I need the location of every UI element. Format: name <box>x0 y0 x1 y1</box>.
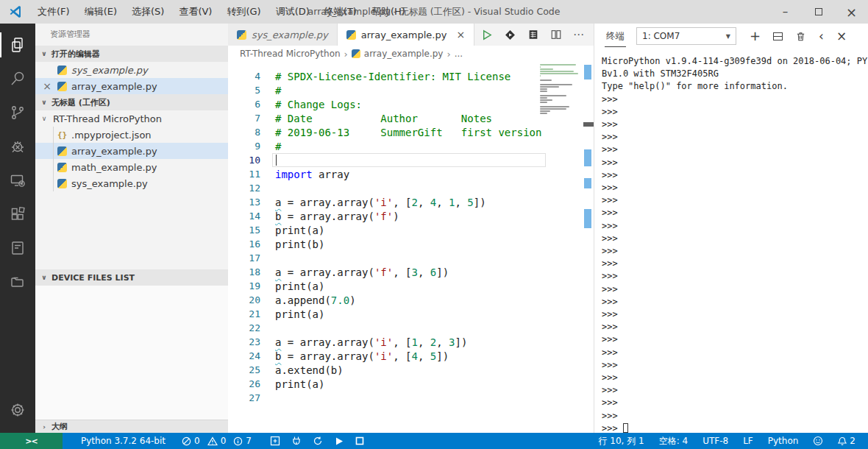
minimap-line <box>540 113 547 114</box>
section-outline[interactable]: › 大纲 <box>35 420 228 433</box>
feedback-smiley-icon[interactable] <box>808 433 828 449</box>
python-interpreter-status[interactable]: Python 3.7.2 64-bit <box>76 433 171 449</box>
section-workspace[interactable]: ∨ 无标题 (工作区) <box>35 94 228 110</box>
section-open-editors[interactable]: ∨ 打开的编辑器 <box>35 46 228 62</box>
new-terminal-icon[interactable]: + <box>750 29 761 43</box>
breadcrumb-item[interactable]: RT-Thread MicroPython <box>240 49 341 59</box>
encoding-status[interactable]: UTF-8 <box>697 433 733 449</box>
overview-marker <box>583 122 594 127</box>
extensions-icon[interactable] <box>0 197 35 231</box>
explorer-icon[interactable] <box>0 28 35 62</box>
cursor-position-status[interactable]: 行 10, 列 1 <box>594 433 650 449</box>
remote-indicator[interactable]: >< <box>0 433 63 449</box>
code-line[interactable]: 26print(a) <box>228 377 594 391</box>
notifications-bell[interactable]: 2 <box>833 433 861 449</box>
language-mode-status[interactable]: Python <box>763 433 804 449</box>
code-line[interactable]: 17 <box>228 251 594 265</box>
code-line[interactable]: 12 <box>228 181 594 195</box>
code-line[interactable]: 5# <box>228 83 594 97</box>
section-device-files[interactable]: ∨ DEVICE FILES LIST <box>35 269 228 286</box>
line-number: 14 <box>228 211 260 222</box>
terminal-output[interactable]: MicroPython v1.9.4-114-g309fe39d on 2018… <box>594 49 868 433</box>
run-micropython-icon[interactable] <box>504 29 516 41</box>
minimap[interactable] <box>540 64 581 116</box>
usb-plug-icon[interactable] <box>292 436 301 446</box>
run-file-icon[interactable] <box>480 29 493 41</box>
terminal-selector-dropdown[interactable]: 1: COM7 ▼ <box>636 27 736 45</box>
overview-ruler[interactable] <box>583 62 594 433</box>
chevron-left-icon[interactable]: ‹ <box>819 30 824 43</box>
menu-item[interactable]: 编辑(E) <box>78 1 124 23</box>
editor-tab[interactable]: sys_example.py <box>228 24 338 46</box>
device-folder-icon[interactable] <box>0 265 35 299</box>
source-control-icon[interactable] <box>0 96 35 130</box>
code-line[interactable]: 7# Date Author Notes <box>228 111 594 125</box>
terminal-prompt: >>> <box>602 359 868 372</box>
split-editor-icon[interactable] <box>550 29 562 40</box>
stop-icon[interactable] <box>355 436 364 445</box>
close-icon[interactable]: × <box>456 29 465 40</box>
debug-icon[interactable] <box>0 130 35 163</box>
editor-tab[interactable]: array_example.py× <box>338 24 474 46</box>
table-file-icon[interactable] <box>527 29 539 40</box>
code-editor[interactable]: 4# SPDX-License-Identifier: MIT License5… <box>228 62 594 433</box>
breadcrumb-item[interactable]: array_example.py <box>352 49 444 59</box>
open-editor-item[interactable]: sys_example.py <box>35 62 228 78</box>
code-line[interactable]: 16print(b) <box>228 237 594 251</box>
code-line[interactable]: 22 <box>228 321 594 335</box>
search-icon[interactable] <box>0 62 35 96</box>
open-editor-item[interactable]: ×array_example.py <box>35 78 228 94</box>
sync-icon[interactable] <box>313 436 323 446</box>
tab-terminal[interactable]: 终端 <box>605 26 626 47</box>
play-icon[interactable] <box>335 436 344 446</box>
code-line[interactable]: 23a = array.array('i', [1, 2, 3]) <box>228 335 594 349</box>
breadcrumb-item[interactable]: ... <box>455 49 463 59</box>
notebook-icon[interactable] <box>0 231 35 265</box>
menu-item[interactable]: 选择(S) <box>125 1 171 23</box>
code-line[interactable]: 20a.append(7.0) <box>228 293 594 307</box>
problems-status[interactable]: 0 0 7 <box>177 433 257 449</box>
code-line[interactable]: 19print(a) <box>228 279 594 293</box>
file-tree-item[interactable]: math_example.py <box>35 159 228 175</box>
add-device-icon[interactable] <box>270 436 280 446</box>
file-tree-item[interactable]: array_example.py <box>35 143 228 159</box>
code-line[interactable]: 27 <box>228 391 594 405</box>
code-line[interactable]: 10 <box>228 153 594 167</box>
menu-item[interactable]: 调试(D) <box>269 1 316 23</box>
close-panel-icon[interactable]: × <box>836 30 847 43</box>
code-line[interactable]: 11import array <box>228 167 594 181</box>
maximize-button[interactable] <box>802 0 835 24</box>
minimize-button[interactable]: – <box>769 0 802 24</box>
code-line[interactable]: 24b = array.array('i', [4, 5]) <box>228 349 594 363</box>
code-line[interactable]: 14b = array.array('f') <box>228 209 594 223</box>
code-line[interactable]: 9# <box>228 139 594 153</box>
folder-rt-thread-micropython[interactable]: ∨ RT-Thread MicroPython <box>35 110 228 127</box>
file-tree-item[interactable]: sys_example.py <box>35 175 228 191</box>
split-terminal-icon[interactable] <box>773 32 783 40</box>
code-line[interactable]: 15print(a) <box>228 223 594 237</box>
close-icon[interactable]: × <box>41 80 53 92</box>
indentation-status[interactable]: 空格: 4 <box>654 433 694 449</box>
code-line[interactable]: 8# 2019-06-13 SummerGift first version <box>228 125 594 139</box>
settings-gear-icon[interactable] <box>0 393 35 427</box>
code-line[interactable]: 21print(a) <box>228 307 594 321</box>
menu-item[interactable]: 查看(V) <box>172 1 218 23</box>
breadcrumb-label: ... <box>455 49 463 59</box>
menu-item[interactable]: 转到(G) <box>220 1 267 23</box>
code-line[interactable]: 25a.extend(b) <box>228 363 594 377</box>
menu-item[interactable]: 文件(F) <box>31 1 77 23</box>
eol-status[interactable]: LF <box>738 433 758 449</box>
code-line[interactable]: 6# Change Logs: <box>228 97 594 111</box>
code-line[interactable]: 18a = array.array('f', [3, 6]) <box>228 265 594 279</box>
menu-item[interactable]: 帮助(H) <box>365 1 412 23</box>
remote-device-icon[interactable] <box>0 163 35 197</box>
close-window-button[interactable]: × <box>835 0 868 24</box>
code-text: # SPDX-License-Identifier: MIT License <box>275 71 511 82</box>
more-actions-icon[interactable]: ⋯ <box>573 28 585 41</box>
code-line[interactable]: 4# SPDX-License-Identifier: MIT License <box>228 69 594 83</box>
menu-item[interactable]: 终端(T) <box>318 1 363 23</box>
kill-terminal-icon[interactable] <box>795 31 806 42</box>
file-tree-item[interactable]: {}.mpyproject.json <box>35 127 228 143</box>
terminal-prompt-active[interactable]: >>> <box>602 423 868 433</box>
code-line[interactable]: 13a = array.array('i', [2, 4, 1, 5]) <box>228 195 594 209</box>
